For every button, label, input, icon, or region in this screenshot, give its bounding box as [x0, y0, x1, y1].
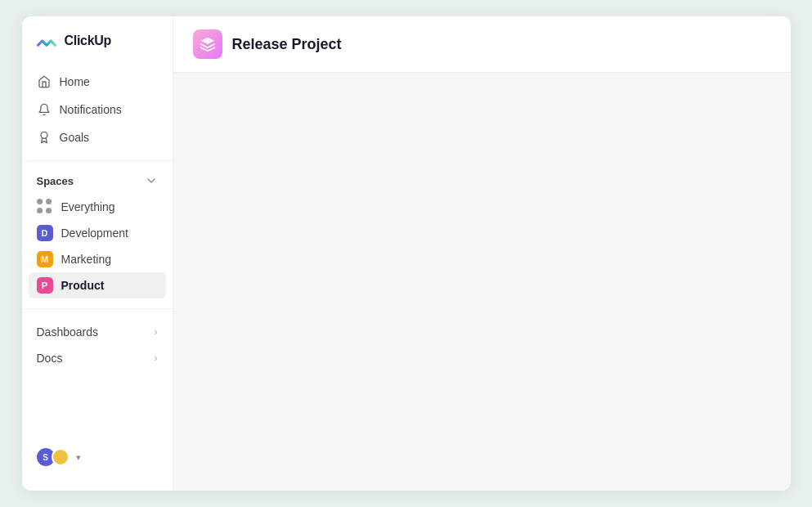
avatar-secondary — [52, 448, 70, 466]
sidebar-item-marketing[interactable]: M Marketing — [29, 246, 166, 272]
nav-item-notifications[interactable]: Notifications — [29, 96, 166, 123]
nav-goals-label: Goals — [60, 131, 90, 144]
sidebar-item-development[interactable]: D Development — [29, 220, 166, 246]
docs-left: Docs — [37, 352, 63, 365]
sidebar-item-everything[interactable]: Everything — [29, 194, 166, 220]
sidebar-item-dashboards[interactable]: Dashboards › — [22, 319, 173, 345]
app-container: ClickUp Home No — [22, 16, 791, 491]
sidebar-bottom[interactable]: S ▾ — [22, 437, 173, 478]
logo-text: ClickUp — [65, 34, 111, 48]
spaces-header[interactable]: Spaces — [22, 171, 173, 194]
space-product-label: Product — [61, 279, 105, 292]
logo-area[interactable]: ClickUp — [22, 29, 173, 69]
project-icon — [193, 29, 222, 59]
space-development-label: Development — [61, 227, 129, 240]
bell-icon — [37, 102, 52, 117]
avatar-dropdown-icon: ▾ — [76, 452, 81, 463]
marketing-badge: M — [37, 251, 53, 267]
spaces-chevron-icon — [145, 174, 158, 187]
space-marketing-label: Marketing — [61, 253, 111, 266]
docs-label: Docs — [37, 352, 63, 365]
avatar-stack: S — [35, 446, 70, 468]
product-badge: P — [37, 277, 53, 294]
sidebar-divider — [22, 160, 173, 161]
nav-item-goals[interactable]: Goals — [29, 124, 166, 150]
sidebar-item-docs[interactable]: Docs › — [22, 345, 173, 371]
sidebar-divider-2 — [22, 308, 173, 309]
everything-dots-icon — [37, 199, 53, 215]
home-icon — [37, 74, 52, 89]
nav-notifications-label: Notifications — [60, 103, 122, 116]
goals-icon — [37, 130, 52, 145]
clickup-logo-icon — [35, 29, 58, 52]
dashboards-chevron-icon: › — [155, 326, 158, 338]
nav-home-label: Home — [60, 75, 90, 88]
sidebar-item-product[interactable]: P Product — [29, 272, 166, 298]
dashboards-label: Dashboards — [37, 325, 99, 339]
project-title: Release Project — [232, 36, 342, 53]
main-header: Release Project — [173, 16, 791, 73]
sidebar: ClickUp Home No — [22, 16, 173, 491]
development-badge: D — [37, 225, 53, 241]
spaces-label: Spaces — [37, 175, 74, 187]
docs-chevron-icon: › — [155, 352, 158, 364]
main-content: Release Project — [173, 16, 791, 491]
dashboards-left: Dashboards — [37, 325, 99, 339]
space-everything-label: Everything — [61, 200, 115, 213]
nav-items: Home Notifications Goals — [22, 69, 173, 150]
nav-item-home[interactable]: Home — [29, 69, 166, 95]
main-body — [173, 73, 791, 491]
